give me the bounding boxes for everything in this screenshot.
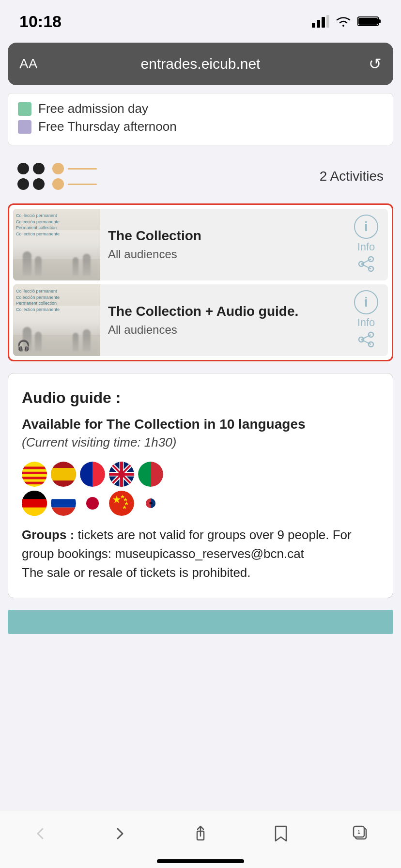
share-nav-icon bbox=[193, 825, 208, 842]
svg-text:☰: ☰ bbox=[149, 502, 153, 506]
card-actions-2: i Info bbox=[344, 284, 388, 356]
svg-rect-6 bbox=[358, 18, 378, 25]
activity-line-2 bbox=[52, 178, 97, 190]
svg-point-51 bbox=[109, 491, 134, 516]
svg-rect-44 bbox=[22, 508, 47, 516]
headphone-icon: 🎧 bbox=[17, 340, 30, 352]
info-circle-1: i bbox=[354, 215, 378, 239]
svg-rect-47 bbox=[51, 499, 76, 507]
wifi-icon bbox=[335, 15, 352, 28]
flag-spain bbox=[51, 462, 76, 487]
flag-catalan bbox=[22, 462, 47, 487]
card-title-1: The Collection bbox=[108, 228, 337, 244]
card-collection-audio[interactable]: Col·lecció permanent Colección permanent… bbox=[13, 284, 388, 356]
nav-tabs-button[interactable]: 1 bbox=[341, 819, 380, 848]
museum-text-overlay-2: Col·lecció permanent Colección permanent… bbox=[16, 288, 60, 312]
activities-row: 2 Activities bbox=[8, 157, 393, 200]
groups-text: Groups : tickets are not valid for group… bbox=[22, 526, 379, 582]
svg-text:1: 1 bbox=[357, 829, 360, 835]
share-icon-1 bbox=[357, 255, 375, 273]
dot-2 bbox=[33, 163, 45, 174]
dot-1 bbox=[17, 163, 29, 174]
info-label-1: Info bbox=[357, 241, 375, 253]
line-group bbox=[52, 163, 97, 190]
flag-russia bbox=[51, 491, 76, 516]
info-label-2: Info bbox=[357, 316, 375, 329]
status-time: 10:18 bbox=[19, 12, 62, 31]
flags-row-2: ☰ bbox=[22, 491, 379, 516]
svg-rect-43 bbox=[22, 499, 47, 507]
line-bar-2 bbox=[68, 184, 97, 185]
dot-4 bbox=[33, 178, 45, 190]
nav-forward-button[interactable] bbox=[101, 819, 139, 848]
status-bar: 10:18 bbox=[0, 0, 401, 43]
bookmarks-icon bbox=[274, 825, 288, 842]
dot-group bbox=[17, 163, 45, 190]
legend-color-purple bbox=[18, 120, 31, 134]
browser-url[interactable]: entrades.eicub.net bbox=[58, 56, 343, 72]
svg-rect-46 bbox=[51, 491, 76, 499]
info-button-1[interactable]: i Info bbox=[354, 215, 378, 253]
dot-3 bbox=[17, 178, 29, 190]
svg-rect-19 bbox=[22, 472, 47, 474]
svg-rect-0 bbox=[312, 23, 315, 28]
activity-line-1 bbox=[52, 163, 97, 174]
browser-reload-button[interactable]: ↺ bbox=[343, 55, 382, 73]
flag-germany bbox=[22, 491, 47, 516]
flag-china bbox=[109, 491, 134, 516]
legend-section: Free admission day Free Thursday afterno… bbox=[8, 93, 393, 145]
share-icon-2 bbox=[357, 331, 375, 348]
card-subtitle-2: All audiences bbox=[108, 323, 337, 337]
activities-count: 2 Activities bbox=[320, 169, 384, 184]
card-info-1: The Collection All audiences bbox=[100, 209, 344, 280]
resale-text: The sale or resale of tickets is prohibi… bbox=[22, 565, 251, 580]
legend-item-free-thursday: Free Thursday afternoon bbox=[18, 119, 383, 134]
svg-rect-18 bbox=[22, 466, 47, 469]
flag-japan bbox=[80, 491, 105, 516]
dot-orange-2 bbox=[52, 178, 64, 190]
svg-rect-21 bbox=[22, 482, 47, 484]
audio-guide-title: Audio guide : bbox=[22, 389, 379, 407]
flag-uk bbox=[109, 462, 134, 487]
flag-italy bbox=[138, 462, 163, 487]
browser-bar: AA entrades.eicub.net ↺ bbox=[8, 43, 393, 85]
nav-share-button[interactable] bbox=[181, 819, 220, 848]
info-button-2[interactable]: i Info bbox=[354, 290, 378, 329]
home-indicator bbox=[157, 859, 244, 863]
share-button-1[interactable] bbox=[355, 253, 377, 275]
status-icons bbox=[312, 15, 382, 28]
svg-rect-48 bbox=[51, 508, 76, 516]
groups-label: Groups : bbox=[22, 527, 74, 542]
flag-korea: ☰ bbox=[138, 491, 163, 516]
svg-rect-20 bbox=[22, 477, 47, 479]
audio-guide-subtitle: Available for The Collection in 10 langu… bbox=[22, 417, 379, 432]
audio-guide-info-box: Audio guide : Available for The Collecti… bbox=[8, 373, 393, 598]
card-subtitle-1: All audiences bbox=[108, 248, 337, 261]
dot-orange-1 bbox=[52, 163, 64, 174]
share-button-2[interactable] bbox=[355, 329, 377, 350]
teal-hint-bar bbox=[8, 610, 393, 634]
legend-label-free-thursday: Free Thursday afternoon bbox=[38, 119, 177, 134]
battery-icon bbox=[357, 15, 382, 28]
forward-icon bbox=[113, 826, 127, 841]
card-title-2: The Collection + Audio guide. bbox=[108, 304, 337, 319]
svg-rect-42 bbox=[22, 491, 47, 499]
svg-rect-5 bbox=[379, 19, 381, 23]
tabs-icon: 1 bbox=[353, 825, 369, 842]
card-image-1: Col·lecció permanent Colección permanent… bbox=[13, 209, 100, 280]
red-highlighted-section: Col·lecció permanent Colección permanent… bbox=[8, 203, 393, 361]
info-circle-2: i bbox=[354, 290, 378, 314]
card-the-collection[interactable]: Col·lecció permanent Colección permanent… bbox=[13, 209, 388, 280]
card-actions-1: i Info bbox=[344, 209, 388, 280]
card-image-2: Col·lecció permanent Colección permanent… bbox=[13, 284, 100, 356]
nav-back-button[interactable] bbox=[21, 819, 60, 848]
museum-text-overlay-1: Col·lecció permanent Colección permanent… bbox=[16, 213, 60, 237]
back-icon bbox=[33, 826, 47, 841]
nav-bookmarks-button[interactable] bbox=[262, 819, 300, 848]
svg-point-50 bbox=[86, 497, 99, 510]
browser-aa-label[interactable]: AA bbox=[19, 56, 58, 72]
flag-france bbox=[80, 462, 105, 487]
legend-item-free-admission: Free admission day bbox=[18, 101, 383, 116]
legend-label-free-admission: Free admission day bbox=[38, 101, 148, 116]
svg-rect-2 bbox=[322, 17, 325, 28]
